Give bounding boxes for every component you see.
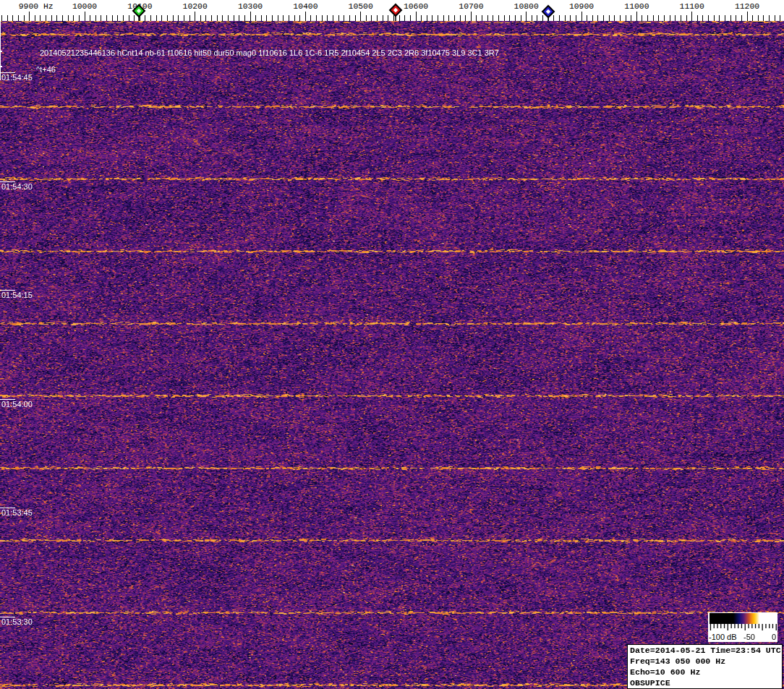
svg-text:9900 Hz: 9900 Hz <box>19 2 54 11</box>
svg-text:10200: 10200 <box>183 2 208 11</box>
svg-text:10700: 10700 <box>459 2 483 11</box>
svg-text:11100: 11100 <box>680 2 704 11</box>
svg-text:11200: 11200 <box>735 2 759 11</box>
svg-text:10300: 10300 <box>238 2 263 11</box>
svg-text:11000: 11000 <box>624 2 649 11</box>
svg-text:10600: 10600 <box>404 2 428 11</box>
svg-text:10900: 10900 <box>569 2 594 11</box>
svg-text:10500: 10500 <box>349 2 373 11</box>
svg-text:10400: 10400 <box>293 2 318 11</box>
svg-text:10800: 10800 <box>514 2 539 11</box>
svg-text:10000: 10000 <box>72 2 97 11</box>
